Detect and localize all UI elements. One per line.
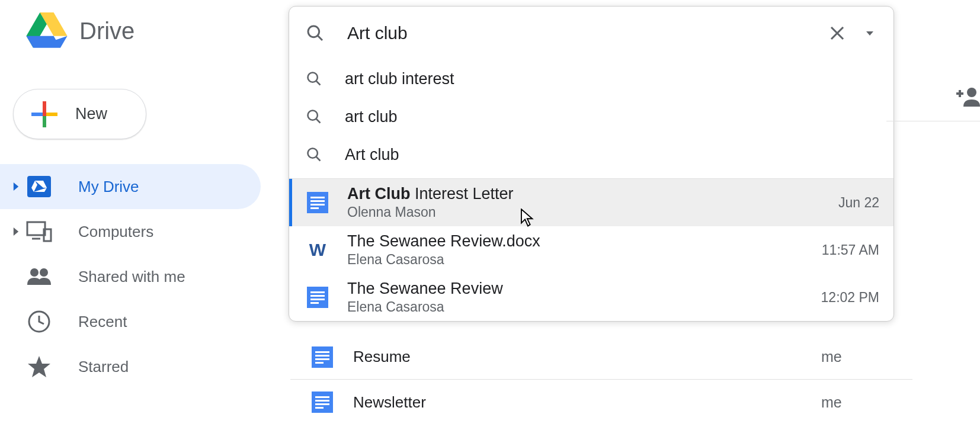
svg-rect-1 bbox=[43, 115, 46, 127]
expand-icon[interactable] bbox=[8, 182, 24, 191]
nav-label: My Drive bbox=[78, 178, 139, 196]
drive-logo[interactable]: Drive bbox=[26, 12, 134, 49]
result-title: Art Club Interest Letter bbox=[347, 185, 838, 203]
sidebar-item-starred[interactable]: Starred bbox=[0, 344, 261, 389]
computers-icon bbox=[26, 219, 52, 245]
svg-rect-20 bbox=[315, 403, 329, 405]
result-owner: Elena Casarosa bbox=[347, 299, 821, 315]
suggestion-text: art club bbox=[345, 108, 398, 126]
svg-rect-15 bbox=[315, 358, 329, 360]
svg-rect-39 bbox=[310, 291, 325, 293]
svg-rect-35 bbox=[310, 204, 325, 206]
svg-rect-33 bbox=[310, 197, 325, 198]
app-title: Drive bbox=[79, 18, 134, 44]
search-results: Art Club Interest Letter Olenna Mason Ju… bbox=[289, 178, 893, 321]
word-icon: W bbox=[306, 238, 329, 262]
svg-rect-5 bbox=[27, 176, 51, 197]
svg-point-30 bbox=[308, 149, 318, 158]
sidebar-item-my-drive[interactable]: My Drive bbox=[0, 164, 261, 209]
svg-line-27 bbox=[316, 81, 321, 85]
result-owner: Olenna Mason bbox=[347, 204, 838, 220]
my-drive-icon bbox=[26, 174, 52, 200]
svg-rect-0 bbox=[43, 101, 46, 113]
result-owner: Elena Casarosa bbox=[347, 252, 822, 268]
search-suggestion[interactable]: Art club bbox=[289, 136, 893, 174]
svg-rect-18 bbox=[315, 396, 329, 398]
svg-point-10 bbox=[40, 268, 48, 277]
expand-icon[interactable] bbox=[8, 227, 24, 236]
nav-label: Computers bbox=[78, 223, 153, 241]
result-meta: Jun 22 bbox=[838, 195, 879, 211]
result-meta: 12:02 PM bbox=[821, 290, 879, 306]
sidebar-item-shared[interactable]: Shared with me bbox=[0, 254, 261, 299]
person-add-icon[interactable] bbox=[956, 86, 980, 108]
new-button-label: New bbox=[75, 105, 107, 123]
search-suggestions: art club interest art club Art club bbox=[289, 60, 893, 174]
sidebar-item-recent[interactable]: Recent bbox=[0, 299, 261, 344]
svg-rect-2 bbox=[31, 113, 43, 116]
plus-icon bbox=[30, 100, 59, 129]
svg-rect-41 bbox=[310, 299, 325, 300]
clock-icon bbox=[26, 309, 52, 335]
file-row[interactable]: Newsletter me bbox=[290, 380, 912, 425]
svg-rect-14 bbox=[315, 355, 329, 357]
sidebar: New My Drive bbox=[0, 89, 261, 389]
svg-rect-16 bbox=[315, 362, 324, 364]
doc-icon bbox=[312, 392, 333, 413]
search-result[interactable]: W The Sewanee Review.docx Elena Casarosa… bbox=[289, 226, 893, 274]
search-icon bbox=[306, 108, 322, 125]
file-list: Resume me Newsletter me bbox=[290, 335, 912, 425]
nav-label: Shared with me bbox=[78, 268, 185, 286]
svg-rect-42 bbox=[310, 302, 319, 304]
svg-rect-34 bbox=[310, 200, 325, 202]
star-icon bbox=[26, 354, 52, 380]
svg-rect-12 bbox=[312, 346, 333, 368]
search-dropdown: art club interest art club Art club Art … bbox=[289, 6, 894, 322]
separator bbox=[886, 121, 980, 121]
sidebar-item-computers[interactable]: Computers bbox=[0, 209, 261, 254]
svg-rect-17 bbox=[312, 392, 333, 413]
search-suggestion[interactable]: art club interest bbox=[289, 60, 893, 98]
search-icon bbox=[306, 70, 322, 87]
new-button[interactable]: New bbox=[13, 89, 146, 139]
suggestion-text: art club interest bbox=[345, 70, 454, 88]
search-result[interactable]: Art Club Interest Letter Olenna Mason Ju… bbox=[289, 179, 893, 226]
file-owner: me bbox=[821, 348, 898, 365]
file-row[interactable]: Resume me bbox=[290, 335, 912, 380]
result-meta: 11:57 AM bbox=[822, 242, 879, 258]
svg-line-31 bbox=[316, 157, 321, 161]
svg-point-28 bbox=[308, 111, 318, 120]
svg-rect-19 bbox=[315, 400, 329, 402]
svg-rect-4 bbox=[43, 113, 46, 116]
svg-rect-45 bbox=[959, 90, 961, 97]
file-title: Resume bbox=[353, 348, 821, 366]
svg-rect-32 bbox=[307, 192, 328, 213]
file-title: Newsletter bbox=[353, 393, 821, 412]
svg-rect-38 bbox=[307, 287, 328, 308]
file-owner: me bbox=[821, 394, 898, 411]
svg-point-43 bbox=[967, 88, 976, 97]
result-title: The Sewanee Review bbox=[347, 280, 821, 298]
search-input[interactable] bbox=[347, 23, 824, 43]
doc-icon bbox=[306, 285, 329, 309]
doc-icon bbox=[306, 191, 329, 214]
svg-rect-21 bbox=[315, 407, 324, 409]
svg-point-22 bbox=[308, 26, 319, 37]
search-options-icon[interactable] bbox=[863, 26, 877, 40]
search-result[interactable]: The Sewanee Review Elena Casarosa 12:02 … bbox=[289, 274, 893, 321]
search-suggestion[interactable]: art club bbox=[289, 98, 893, 136]
search-bar bbox=[289, 7, 893, 60]
svg-rect-3 bbox=[46, 113, 57, 116]
nav-label: Starred bbox=[78, 358, 129, 376]
clear-icon[interactable] bbox=[824, 20, 851, 47]
svg-point-26 bbox=[308, 73, 318, 82]
drive-logo-icon bbox=[26, 12, 68, 49]
search-icon[interactable] bbox=[306, 24, 325, 43]
search-icon bbox=[306, 146, 322, 163]
svg-line-23 bbox=[318, 36, 322, 40]
svg-rect-40 bbox=[310, 295, 325, 297]
svg-rect-36 bbox=[310, 207, 319, 209]
suggestion-text: Art club bbox=[345, 146, 399, 164]
doc-icon bbox=[312, 346, 333, 368]
nav-list: My Drive Computers bbox=[0, 164, 261, 389]
